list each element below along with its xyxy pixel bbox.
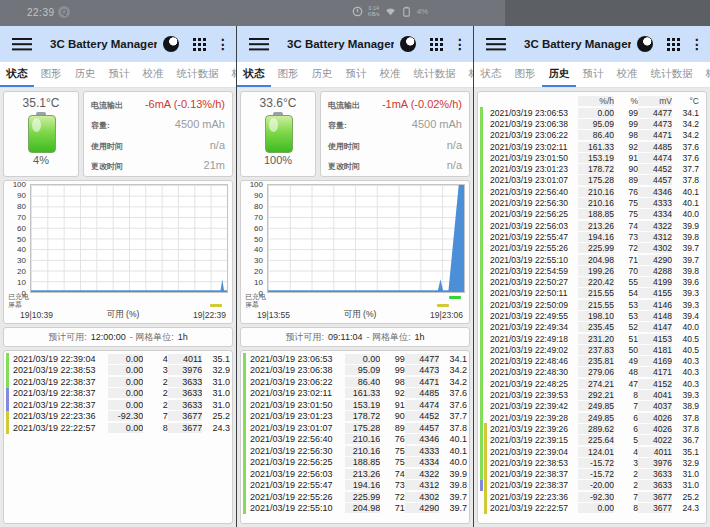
tab-4[interactable]: 校准	[610, 62, 644, 87]
battery-pie-icon[interactable]	[637, 36, 653, 52]
tab-3[interactable]: 预计	[576, 62, 610, 87]
tab-1[interactable]: 图形	[271, 62, 305, 87]
table-row[interactable]: 2021/03/19 22:39:26289.626402637.8	[480, 423, 704, 434]
table-row[interactable]: 2021/03/19 22:39:04124.014401135.1	[480, 446, 704, 457]
table-row[interactable]: 2021/03/19 22:54:59199.2670428839.8	[480, 265, 704, 276]
table-row[interactable]: 2021/03/19 22:49:34235.4552414740.0	[480, 322, 704, 333]
table-row[interactable]: 2021/03/19 22:56:30210.1675433340.1	[480, 197, 704, 208]
overflow-menu-icon[interactable]: ⋮	[453, 36, 465, 52]
battery-level-card[interactable]: 33.6°C 100%	[240, 91, 316, 177]
tab-0[interactable]: 状态	[0, 62, 34, 87]
table-row[interactable]: 2021/03/19 22:55:47194.1673431239.8	[243, 480, 467, 492]
chart-plot-area[interactable]	[267, 184, 465, 293]
table-row[interactable]: 2021/03/19 22:55:26225.9972430239.7	[480, 243, 704, 254]
table-row[interactable]: 2021/03/19 23:01:07175.2889445737.8	[243, 422, 467, 434]
history-table[interactable]: 2021/03/19 22:39:040.004401135.12021/03/…	[3, 350, 233, 524]
table-row[interactable]: 2021/03/19 23:02:11161.3392448537.6	[480, 141, 704, 152]
table-row[interactable]: 2021/03/19 23:01:07175.2889445737.8	[480, 175, 704, 186]
battery-chart-card[interactable]: 1009080706050403020100已充电屏幕19|10:39可用 (%…	[3, 180, 233, 324]
battery-chart-card[interactable]: 1009080706050403020100已充电屏幕19|13:55可用 (%…	[240, 180, 470, 324]
table-row[interactable]: 2021/03/19 23:02:11161.3392448537.6	[243, 388, 467, 400]
tab-1[interactable]: 图形	[34, 62, 68, 87]
table-row[interactable]: 2021/03/19 22:49:02237.8350418140.5	[480, 344, 704, 355]
menu-icon[interactable]	[486, 38, 506, 51]
table-row[interactable]: 2021/03/19 23:01:23178.7290445237.7	[243, 411, 467, 423]
table-row[interactable]: 2021/03/19 22:50:09215.5553414639.3	[480, 299, 704, 310]
table-row[interactable]: 2021/03/19 22:38:370.002363331.0	[6, 388, 230, 400]
tab-4[interactable]: 校准	[136, 62, 170, 87]
table-row[interactable]: 2021/03/19 23:01:50153.1991447437.6	[480, 152, 704, 163]
table-row[interactable]: 2021/03/19 22:38:53-15.723397632.9	[480, 457, 704, 468]
table-row[interactable]: 2021/03/19 22:50:11215.5554415539.3	[480, 288, 704, 299]
tab-5[interactable]: 统计数据	[644, 62, 699, 87]
table-row[interactable]: 2021/03/19 22:38:37-20.002363331.0	[480, 480, 704, 491]
history-table[interactable]: 2021/03/19 23:06:530.0099447734.12021/03…	[240, 350, 470, 524]
table-row[interactable]: 2021/03/19 23:06:2286.4098447134.2	[480, 130, 704, 141]
table-row[interactable]: 2021/03/19 22:56:03213.2674432239.9	[480, 220, 704, 231]
table-row[interactable]: 2021/03/19 22:39:28249.856402637.8	[480, 412, 704, 423]
tab-5[interactable]: 统计数据	[170, 62, 225, 87]
table-row[interactable]: 2021/03/19 22:39:15225.645402236.7	[480, 435, 704, 446]
table-row[interactable]: 2021/03/19 22:38:37-15.722363331.0	[480, 469, 704, 480]
table-row[interactable]: 2021/03/19 22:23:36-92.307367725.2	[480, 491, 704, 502]
table-row[interactable]: 2021/03/19 23:01:23178.7290445237.7	[480, 163, 704, 174]
table-row[interactable]: 2021/03/19 22:55:47194.1673431239.8	[480, 231, 704, 242]
overflow-menu-icon[interactable]: ⋮	[216, 36, 228, 52]
table-row[interactable]: 2021/03/19 23:06:3895.0999447334.2	[243, 365, 467, 377]
tab-2[interactable]: 历史	[542, 62, 576, 87]
battery-pie-icon[interactable]	[400, 36, 416, 52]
table-row[interactable]: 2021/03/19 23:01:50153.1991447437.6	[243, 399, 467, 411]
tab-5[interactable]: 统计数据	[407, 62, 462, 87]
tab-2[interactable]: 历史	[68, 62, 102, 87]
table-row[interactable]: 2021/03/19 22:56:40210.1676434640.1	[480, 186, 704, 197]
table-row[interactable]: 2021/03/19 22:55:10204.9871429039.7	[243, 503, 467, 515]
table-row[interactable]: 2021/03/19 22:49:18231.2051415340.5	[480, 333, 704, 344]
table-row[interactable]: 2021/03/19 22:39:53292.218404139.3	[480, 389, 704, 400]
table-row[interactable]: 2021/03/19 22:56:30210.1675433340.1	[243, 445, 467, 457]
table-row[interactable]: 2021/03/19 22:55:10204.9871429039.7	[480, 254, 704, 265]
table-row[interactable]: 2021/03/19 22:39:040.004401135.1	[6, 353, 230, 365]
tab-1[interactable]: 图形	[508, 62, 542, 87]
apps-grid-icon[interactable]	[667, 38, 680, 51]
battery-detail-card[interactable]: 电流输出-6mA (-0.13%/h)容量:4500 mAh使用时间n/a更改时…	[83, 91, 233, 177]
table-row[interactable]: 2021/03/19 22:56:25188.8575433440.0	[243, 457, 467, 469]
overflow-menu-icon[interactable]: ⋮	[690, 36, 702, 52]
table-row[interactable]: 2021/03/19 22:48:46235.8149416940.3	[480, 356, 704, 367]
menu-icon[interactable]	[249, 38, 269, 51]
tab-6[interactable]: 标	[462, 62, 473, 87]
table-row[interactable]: 2021/03/19 22:48:25274.2147415240.3	[480, 378, 704, 389]
table-row[interactable]: 2021/03/19 22:39:42249.857403738.9	[480, 401, 704, 412]
tab-3[interactable]: 预计	[339, 62, 373, 87]
chart-plot-area[interactable]	[30, 184, 228, 293]
tab-6[interactable]: 标	[699, 62, 710, 87]
table-row[interactable]: 2021/03/19 22:50:27220.4255419939.6	[480, 276, 704, 287]
tab-0[interactable]: 状态	[237, 62, 271, 87]
table-row[interactable]: 2021/03/19 23:06:2286.4098447134.2	[243, 376, 467, 388]
table-row[interactable]: 2021/03/19 22:23:36-92.307367725.2	[6, 411, 230, 423]
tab-2[interactable]: 历史	[305, 62, 339, 87]
battery-detail-card[interactable]: 电流输出-1mA (-0.02%/h)容量:4500 mAh使用时间n/a更改时…	[320, 91, 470, 177]
table-row[interactable]: 2021/03/19 23:06:3895.0999447334.2	[480, 118, 704, 129]
menu-icon[interactable]	[12, 38, 32, 51]
table-row[interactable]: 2021/03/19 22:22:570.008367724.3	[6, 422, 230, 434]
table-row[interactable]: 2021/03/19 22:56:03213.2674432239.9	[243, 468, 467, 480]
table-row[interactable]: 2021/03/19 22:38:370.002363331.0	[6, 399, 230, 411]
table-row[interactable]: 2021/03/19 23:06:530.0099447734.1	[243, 353, 467, 365]
tab-6[interactable]: 标	[225, 62, 236, 87]
apps-grid-icon[interactable]	[193, 38, 206, 51]
history-table[interactable]: %/h%mV°C2021/03/19 23:06:530.0099447734.…	[477, 91, 707, 524]
table-row[interactable]: 2021/03/19 22:38:370.002363331.0	[6, 376, 230, 388]
table-row[interactable]: 2021/03/19 22:49:55198.1053414839.4	[480, 310, 704, 321]
table-row[interactable]: 2021/03/19 22:22:570.008367724.3	[480, 502, 704, 513]
tab-4[interactable]: 校准	[373, 62, 407, 87]
table-row[interactable]: 2021/03/19 23:06:530.0099447734.1	[480, 107, 704, 118]
table-row[interactable]: 2021/03/19 22:38:530.003397632.9	[6, 365, 230, 377]
tab-3[interactable]: 预计	[102, 62, 136, 87]
table-row[interactable]: 2021/03/19 22:55:26225.9972430239.7	[243, 491, 467, 503]
table-row[interactable]: 2021/03/19 22:48:30279.0648417140.3	[480, 367, 704, 378]
battery-pie-icon[interactable]	[163, 36, 179, 52]
battery-level-card[interactable]: 35.1°C 4%	[3, 91, 79, 177]
apps-grid-icon[interactable]	[430, 38, 443, 51]
table-row[interactable]: 2021/03/19 22:56:40210.1676434640.1	[243, 434, 467, 446]
tab-0[interactable]: 状态	[474, 62, 508, 87]
